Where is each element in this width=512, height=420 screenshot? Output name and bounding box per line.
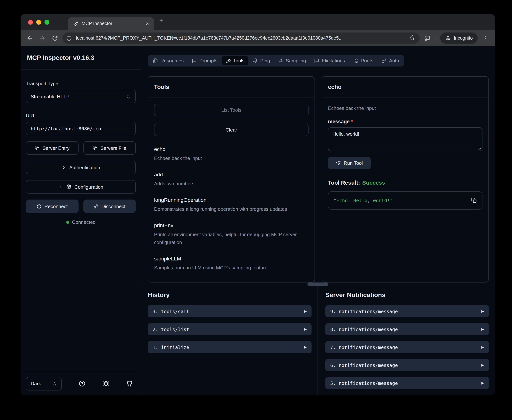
help-icon[interactable] (79, 380, 85, 387)
tool-result-line: Tool Result:Success (328, 179, 482, 186)
tool-description: Samples from an LLM using MCP's sampling… (154, 264, 309, 271)
tool-item-samplellm[interactable]: sampleLLM Samples from an LLM using MCP'… (154, 255, 309, 271)
unplug-icon (93, 204, 98, 209)
tool-result-label: Tool Result: (328, 179, 360, 186)
bug-icon[interactable] (103, 380, 109, 387)
browser-tabstrip: MCP Inspector × + (21, 14, 495, 30)
tab-roots[interactable]: Roots (350, 56, 377, 65)
tools-panel: Tools List Tools Clear echo Echoes back … (148, 76, 315, 283)
back-icon[interactable] (24, 33, 35, 43)
message-square-icon (314, 58, 319, 63)
history-title: History (148, 292, 312, 299)
theme-select[interactable]: Dark (26, 377, 62, 390)
chevron-right-icon (61, 165, 66, 170)
folder-tree-icon (353, 58, 358, 63)
message-textarea[interactable]: Hello, world! (328, 128, 482, 151)
screen: MCP Inspector × + localhost:6274/?MCP_PR… (0, 0, 512, 420)
transport-type-select[interactable]: Streamable HTTP (26, 90, 136, 103)
copy-icon (92, 146, 97, 150)
tool-item-add[interactable]: add Adds two numbers (154, 172, 309, 188)
disconnect-button[interactable]: Disconnect (83, 200, 136, 213)
history-item[interactable]: 2. tools/list ▶ (148, 323, 312, 335)
message-field-label: message* (328, 119, 482, 124)
chevron-right-icon (58, 184, 63, 189)
horizontal-splitter[interactable] (141, 283, 495, 286)
new-tab-button[interactable]: + (154, 17, 163, 27)
tab-sampling[interactable]: Sampling (275, 56, 310, 65)
authentication-label: Authentication (69, 165, 100, 170)
url-input[interactable]: http://localhost:8080/mcp (26, 122, 136, 135)
tab-label: Elicitations (322, 58, 345, 64)
browser-menu-icon[interactable] (480, 33, 490, 43)
clear-tools-button[interactable]: Clear (154, 124, 309, 136)
sidebar-body: Transport Type Streamable HTTP URL http:… (21, 69, 141, 372)
panels-row: Tools List Tools Clear echo Echoes back … (141, 76, 495, 283)
run-tool-button[interactable]: Run Tool (328, 157, 371, 169)
tab-label: Sampling (286, 58, 306, 64)
tool-item-longrunningoperation[interactable]: longRunningOperation Demonstrates a long… (154, 197, 309, 213)
run-tool-label: Run Tool (344, 160, 363, 166)
tab-elicitations[interactable]: Elicitations (310, 56, 349, 65)
chevrons-up-down-icon (52, 381, 57, 386)
history-item[interactable]: 1. initialize ▶ (148, 341, 312, 353)
echo-panel-title: echo (328, 84, 342, 90)
send-icon (336, 161, 341, 165)
zoom-window-button[interactable] (45, 20, 49, 24)
tool-item-echo[interactable]: echo Echoes back the input (154, 146, 309, 162)
notification-item[interactable]: 6. notifications/message ▶ (325, 359, 489, 371)
tool-name: echo (154, 146, 309, 152)
authentication-button[interactable]: Authentication (26, 161, 136, 174)
browser-tab[interactable]: MCP Inspector × (68, 17, 154, 30)
tab-auth[interactable]: Auth (378, 56, 403, 65)
tools-panel-body: List Tools Clear echo Echoes back the in… (148, 98, 314, 282)
reload-icon[interactable] (50, 33, 60, 43)
forward-icon[interactable] (37, 33, 47, 43)
toolbar-divider (436, 35, 437, 41)
top-navigation: Resources Prompts Tools Ping (148, 55, 404, 67)
tab-label: Ping (260, 58, 270, 64)
list-tools-button[interactable]: List Tools (154, 104, 309, 116)
connected-dot (66, 221, 69, 224)
files-icon (153, 58, 158, 63)
sidebar-footer: Dark (21, 372, 141, 395)
reconnect-label: Reconnect (44, 203, 68, 209)
expand-arrow-icon: ▶ (304, 309, 307, 313)
chevrons-up-down-icon (126, 94, 131, 99)
tool-name: sampleLLM (154, 255, 309, 261)
bookmark-star-icon[interactable] (410, 35, 415, 42)
theme-value: Dark (31, 381, 41, 386)
history-item[interactable]: 3. tools/call ▶ (148, 305, 312, 317)
resize-grip-icon[interactable] (478, 146, 481, 150)
search-tabs-icon[interactable] (422, 33, 433, 43)
tool-description: Echoes back the input (154, 155, 309, 162)
message-square-icon (192, 58, 197, 63)
github-icon[interactable] (126, 380, 133, 387)
notification-item[interactable]: 9. notifications/message ▶ (325, 305, 489, 317)
close-tab-icon[interactable]: × (144, 20, 150, 27)
copy-result-icon[interactable] (471, 198, 477, 203)
url-text: localhost:6274/?MCP_PROXY_AUTH_TOKEN=ec1… (76, 36, 407, 41)
echo-description: Echoes back the input (328, 105, 482, 111)
notification-item[interactable]: 5. notifications/message ▶ (325, 377, 489, 389)
address-bar[interactable]: localhost:6274/?MCP_PROXY_AUTH_TOKEN=ec1… (62, 32, 420, 44)
expand-arrow-icon: ▶ (481, 327, 484, 331)
configuration-button[interactable]: Configuration (26, 180, 136, 194)
close-window-button[interactable] (28, 20, 33, 24)
reconnect-button[interactable]: Reconnect (26, 200, 78, 213)
splitter-grip[interactable] (307, 283, 328, 286)
echo-panel: echo Echoes back the input message* Hell… (322, 76, 489, 283)
tool-name: add (154, 172, 309, 178)
tab-prompts[interactable]: Prompts (188, 56, 221, 65)
tab-resources[interactable]: Resources (149, 56, 187, 65)
tab-ping[interactable]: Ping (249, 56, 274, 65)
server-entry-button[interactable]: Server Entry (26, 141, 78, 155)
notification-item[interactable]: 7. notifications/message ▶ (325, 341, 489, 353)
notification-item[interactable]: 8. notifications/message ▶ (325, 323, 489, 335)
tool-item-printenv[interactable]: printEnv Prints all environment variable… (154, 223, 309, 246)
tab-tools[interactable]: Tools (222, 56, 248, 65)
minimize-window-button[interactable] (36, 20, 41, 24)
servers-file-button[interactable]: Servers File (83, 141, 136, 155)
message-label-text: message (328, 119, 350, 124)
sidebar: MCP Inspector v0.16.3 Transport Type Str… (21, 46, 141, 395)
site-info-icon[interactable] (65, 34, 73, 42)
